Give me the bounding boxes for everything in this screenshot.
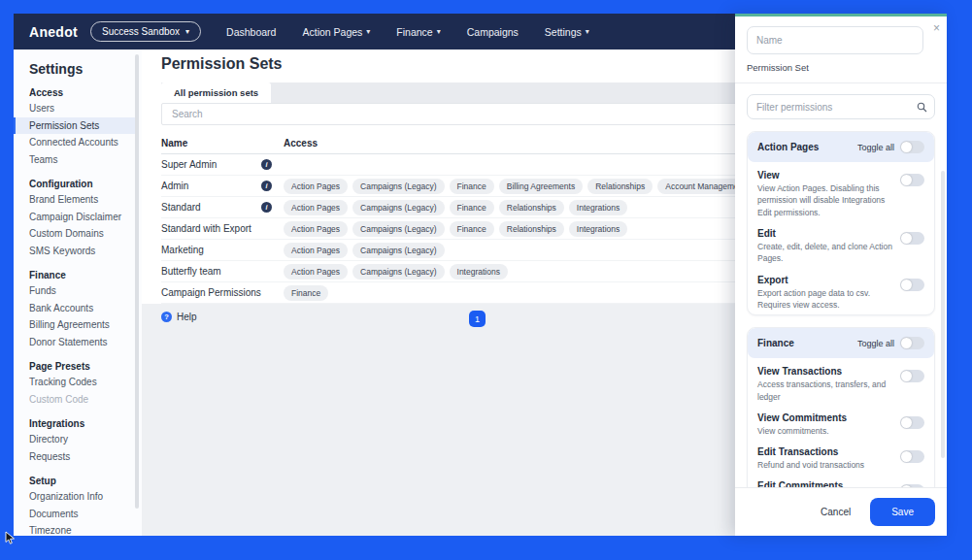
nav-item-label: Settings (545, 26, 582, 38)
account-switcher[interactable]: Success Sandbox (90, 21, 201, 42)
close-icon[interactable] (933, 22, 940, 34)
access-badge: Campaigns (Legacy) (352, 243, 444, 258)
sidebar-item[interactable]: Timezone (29, 522, 132, 536)
pagination-page-1[interactable]: 1 (469, 311, 486, 327)
sidebar-item[interactable]: SMS Keywords (29, 243, 132, 260)
nav-item[interactable]: Finance (396, 26, 440, 38)
new-permission-set-drawer: Permission Set Action Pages Toggle all (735, 14, 947, 536)
access-badge: Campaigns (Legacy) (352, 221, 444, 237)
permission-text: View Commitments View commitments. (757, 412, 847, 437)
sidebar-item[interactable]: Permission Sets (14, 117, 138, 135)
sidebar-item[interactable]: Requests (29, 448, 132, 466)
help-link[interactable]: Help (161, 312, 197, 322)
sidebar-item[interactable]: Brand Elements (29, 191, 132, 209)
sidebar-section-header: Configuration (29, 179, 132, 189)
access-badge: Relationships (587, 179, 653, 194)
nav-item-label: Campaigns (467, 26, 519, 38)
anedot-logo[interactable]: Anedot (29, 24, 78, 40)
permission-set-name: Standard (161, 202, 201, 213)
chevron-down-icon (437, 28, 441, 36)
access-badge: Integrations (450, 264, 508, 280)
name-cell: Admin (161, 181, 272, 191)
toggle-knob (901, 142, 912, 152)
name-cell: Standard with Export (161, 223, 272, 234)
sidebar-item[interactable]: Funds (29, 282, 132, 300)
permission-item: Export Export action page data to csv. R… (748, 269, 934, 315)
chevron-down-icon (185, 28, 189, 36)
permission-item: View Commitments View commitments. (748, 407, 934, 441)
sidebar-item[interactable]: Custom Code (29, 391, 132, 409)
sidebar-item[interactable]: Bank Accounts (29, 300, 132, 317)
nav-item-label: Finance (396, 26, 432, 38)
settings-sidebar: Settings Access UsersPermission SetsConn… (14, 49, 142, 536)
sidebar-item[interactable]: Directory (29, 431, 132, 448)
sidebar-item[interactable]: Connected Accounts (29, 134, 132, 151)
sidebar-item[interactable]: Users (29, 100, 132, 117)
nav-item[interactable]: Action Pages (302, 26, 370, 38)
permission-item: View View Action Pages. Disabling this p… (748, 164, 934, 222)
sidebar-section-header: Page Presets (29, 361, 132, 372)
permission-title: View Commitments (757, 412, 847, 423)
sidebar-scrollbar[interactable] (135, 54, 139, 509)
sidebar-item[interactable]: Organization Info (29, 488, 132, 506)
access-badge: Finance (450, 179, 494, 194)
sidebar-section-items: Brand ElementsCampaign DisclaimerCustom … (29, 191, 132, 259)
sidebar-section-items: Organization InfoDocumentsTimezone (29, 488, 132, 536)
info-icon[interactable] (261, 159, 272, 170)
name-input[interactable] (747, 26, 923, 54)
permission-toggle[interactable] (900, 279, 924, 291)
access-badge: Finance (450, 221, 494, 237)
permission-title: Edit Transactions (757, 446, 864, 457)
permission-description: Access transactions, transfers, and ledg… (757, 379, 892, 403)
permission-set-name: Marketing (161, 245, 204, 255)
filter-permissions-input[interactable] (747, 94, 935, 119)
info-icon[interactable] (261, 202, 272, 213)
access-badge: Relationships (499, 221, 564, 237)
sidebar-item[interactable]: Documents (29, 506, 132, 523)
account-switcher-label: Success Sandbox (102, 26, 180, 37)
permission-toggle[interactable] (900, 370, 924, 382)
permission-item: View Transactions Access transactions, t… (748, 360, 934, 407)
sidebar-item[interactable]: Teams (29, 151, 132, 169)
save-button[interactable]: Save (870, 498, 935, 526)
sidebar-item[interactable]: Campaign Disclaimer (29, 209, 132, 226)
info-icon[interactable] (261, 181, 272, 191)
panel-scrollbar[interactable] (941, 171, 945, 458)
sidebar-section: Integrations DirectoryRequests (29, 418, 132, 465)
toggle-knob (901, 175, 912, 185)
permission-title: Edit (757, 228, 892, 239)
permission-text: View Transactions Access transactions, t… (757, 366, 892, 403)
tab-all-permission-sets[interactable]: All permission sets (161, 82, 271, 103)
section-title: Action Pages (757, 142, 819, 152)
permission-toggle[interactable] (900, 416, 924, 429)
toggle-knob (901, 417, 912, 428)
nav-item[interactable]: Settings (545, 26, 589, 38)
nav-item[interactable]: Dashboard (226, 26, 276, 38)
sidebar-sections: Access UsersPermission SetsConnected Acc… (29, 87, 132, 536)
sidebar-item[interactable]: Donor Statements (29, 334, 132, 351)
nav-item[interactable]: Campaigns (467, 26, 519, 38)
cancel-button[interactable]: Cancel (821, 507, 851, 517)
toggle-all-group: Toggle all (857, 337, 924, 349)
sidebar-item[interactable]: Billing Agreements (29, 316, 132, 334)
toggle-all-switch[interactable] (900, 141, 924, 153)
permission-toggle[interactable] (900, 232, 924, 245)
permission-toggle[interactable] (900, 174, 924, 186)
sidebar-section: Configuration Brand ElementsCampaign Dis… (29, 179, 132, 259)
toggle-knob (901, 338, 912, 348)
toggle-all-switch[interactable] (900, 337, 924, 349)
permission-toggle[interactable] (900, 450, 924, 463)
permission-toggle[interactable] (900, 484, 924, 487)
name-cell: Marketing (161, 245, 272, 255)
section-title: Finance (757, 338, 794, 348)
access-badge: Action Pages (284, 179, 348, 194)
sidebar-item[interactable]: Custom Domains (29, 225, 132, 243)
toggle-all-group: Toggle all (857, 141, 924, 153)
sidebar-item[interactable]: Tracking Codes (29, 374, 132, 391)
permissions-list: Action Pages Toggle all View View Action… (735, 119, 947, 487)
mouse-cursor (5, 531, 17, 545)
toggle-all-label: Toggle all (857, 143, 894, 152)
drawer-footer: Cancel Save (735, 487, 947, 536)
help-icon (161, 312, 172, 322)
sidebar-section: Access UsersPermission SetsConnected Acc… (29, 87, 132, 168)
